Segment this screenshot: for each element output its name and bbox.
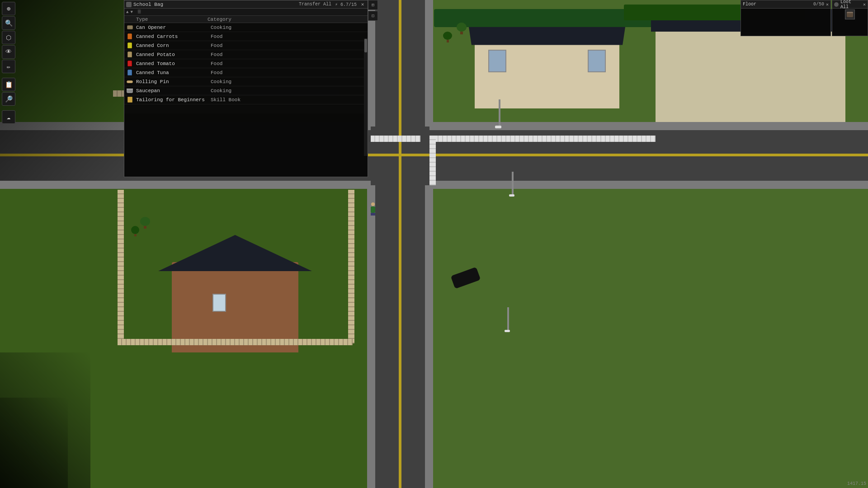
- house-tr: [475, 36, 619, 108]
- inventory-row-can-opener[interactable]: Can Opener Cooking: [124, 23, 368, 32]
- item-name-canned-tomato: Canned Tomato: [136, 61, 211, 66]
- item-category-rolling-pin: Cooking: [211, 79, 231, 84]
- item-icon-saucepan: [126, 87, 133, 94]
- inventory-row-canned-tuna[interactable]: Canned Tuna Food: [124, 68, 368, 77]
- tool-icon-6[interactable]: 📋: [2, 78, 15, 91]
- inventory-weight: ⚡ 6.7/15: [335, 2, 357, 7]
- inventory-title: School Bag: [133, 2, 299, 7]
- item-icon-can-opener: [126, 24, 133, 31]
- floor-titlebar: Floor 0/50 ✕: [741, 0, 830, 9]
- item-category-canned-corn: Food: [211, 43, 222, 48]
- item-name-canned-carrots: Canned Carrots: [136, 34, 211, 39]
- coordinates-display: 1417.15: [847, 481, 866, 486]
- tree-5: [131, 226, 139, 236]
- item-icon-canned-tomato: [126, 60, 133, 67]
- item-icon-canned-potato: [126, 51, 133, 58]
- inventory-row-rolling-pin[interactable]: Rolling Pin Cooking: [124, 77, 368, 86]
- item-category-canned-potato: Food: [211, 52, 222, 57]
- sidewalk-7: [425, 0, 433, 127]
- inventory-row-canned-potato[interactable]: Canned Potato Food: [124, 50, 368, 59]
- tool-icon-1[interactable]: ⊕: [2, 2, 15, 15]
- right-panel-icons: ⊞ ⊡: [368, 0, 378, 21]
- house-bl-window: [212, 294, 226, 312]
- inventory-window: School Bag Transfer All ⚡ 6.7/15 ✕ ▲ ▼ ☰…: [124, 0, 368, 177]
- inventory-row-tailoring[interactable]: Tailoring for Beginners Skill Book: [124, 95, 368, 104]
- item-name-canned-potato: Canned Potato: [136, 52, 211, 57]
- weight-icon: ⚡: [335, 2, 338, 7]
- lamp-1: [497, 99, 501, 128]
- floor-count: 0/50: [813, 2, 824, 7]
- inventory-scrollbar[interactable]: [364, 38, 368, 156]
- item-name-tailoring: Tailoring for Beginners: [136, 97, 211, 103]
- inventory-subbar: ▲ ▼ ☰: [124, 9, 368, 16]
- sidewalk-4: [429, 181, 868, 189]
- item-name-saucepan: Saucepan: [136, 88, 211, 94]
- inventory-close-button[interactable]: ✕: [359, 1, 366, 7]
- inventory-scrollbar-thumb[interactable]: [364, 39, 367, 52]
- item-icon-tailoring: [126, 96, 133, 103]
- panel-icon-1[interactable]: ⊞: [368, 0, 378, 10]
- sidewalk-2: [0, 181, 371, 189]
- lamp-2: [511, 172, 514, 197]
- sidebar-tools: ⊕ 🔍 ⬡ 👁 ✏ 📋 🔎 ☁: [2, 2, 15, 124]
- item-name-canned-tuna: Canned Tuna: [136, 70, 211, 75]
- tool-icon-7[interactable]: 🔎: [2, 92, 15, 106]
- panel-icon-2[interactable]: ⊡: [368, 11, 378, 21]
- inventory-empty-area: [124, 113, 368, 177]
- fence-bottom-h: [118, 339, 353, 345]
- floor-content: [741, 9, 830, 36]
- grass-br: [429, 185, 868, 488]
- subbar-icon-1: ▲: [126, 10, 128, 14]
- col-type-header: Type: [126, 17, 208, 22]
- item-category-can-opener: Cooking: [211, 25, 231, 30]
- loot-slot-1[interactable]: [845, 9, 855, 19]
- item-name-rolling-pin: Rolling Pin: [136, 79, 211, 84]
- subbar-icon-3: ☰: [137, 9, 141, 14]
- tool-icon-2[interactable]: 🔍: [2, 16, 15, 30]
- sidewalk-6: [367, 185, 375, 488]
- transfer-all-button[interactable]: Transfer All: [299, 2, 331, 7]
- tool-icon-5[interactable]: ✏: [2, 60, 15, 73]
- loot-close-button[interactable]: ✕: [863, 2, 866, 7]
- house-tr-window-2: [588, 50, 606, 72]
- inventory-row-canned-carrots[interactable]: Canned Carrots Food: [124, 32, 368, 41]
- floor-close-button[interactable]: ✕: [826, 2, 829, 7]
- inventory-column-headers: Type Category: [124, 16, 368, 23]
- item-icon-canned-corn: [126, 42, 133, 49]
- item-category-canned-carrots: Food: [211, 34, 222, 39]
- white-fence-v: [429, 136, 436, 185]
- tree-4: [140, 217, 150, 229]
- loot-titlebar: Loot All ✕: [832, 0, 868, 9]
- item-category-canned-tuna: Food: [211, 70, 222, 75]
- inventory-row-canned-corn[interactable]: Canned Corn Food: [124, 41, 368, 50]
- item-icon-rolling-pin: [126, 78, 133, 85]
- item-name-can-opener: Can Opener: [136, 25, 211, 30]
- lamp-3: [506, 307, 510, 332]
- col-category-header: Category: [208, 17, 275, 22]
- inventory-row-saucepan[interactable]: Saucepan Cooking: [124, 86, 368, 95]
- road-line-v: [399, 0, 401, 488]
- player-character: [371, 202, 375, 216]
- fence-right-v: [348, 190, 354, 343]
- floor-title: Floor: [743, 2, 813, 7]
- white-fence-h2: [429, 136, 656, 142]
- floor-panel: Floor 0/50 ✕: [741, 0, 831, 36]
- inventory-titlebar: School Bag Transfer All ⚡ 6.7/15 ✕: [124, 0, 368, 9]
- subbar-icon-2: ▼: [130, 10, 132, 14]
- inventory-row-canned-tomato[interactable]: Canned Tomato Food: [124, 59, 368, 68]
- tree-7: [457, 23, 467, 34]
- tool-icon-8[interactable]: ☁: [2, 110, 15, 124]
- white-fence-h: [371, 136, 420, 142]
- item-category-canned-tomato: Food: [211, 61, 222, 66]
- house-tr-roof: [469, 27, 625, 45]
- loot-title[interactable]: Loot All: [840, 0, 862, 9]
- inventory-title-icon: [126, 2, 132, 7]
- inventory-item-list: Can Opener Cooking Canned Carrots Food C…: [124, 23, 368, 113]
- sidewalk-8: [425, 185, 433, 488]
- tool-icon-4[interactable]: 👁: [2, 45, 15, 59]
- loot-title-icon: [834, 2, 839, 7]
- tree-6: [443, 32, 452, 42]
- tool-icon-3[interactable]: ⬡: [2, 31, 15, 44]
- item-icon-canned-tuna: [126, 69, 133, 76]
- loot-panel: Loot All ✕: [832, 0, 868, 36]
